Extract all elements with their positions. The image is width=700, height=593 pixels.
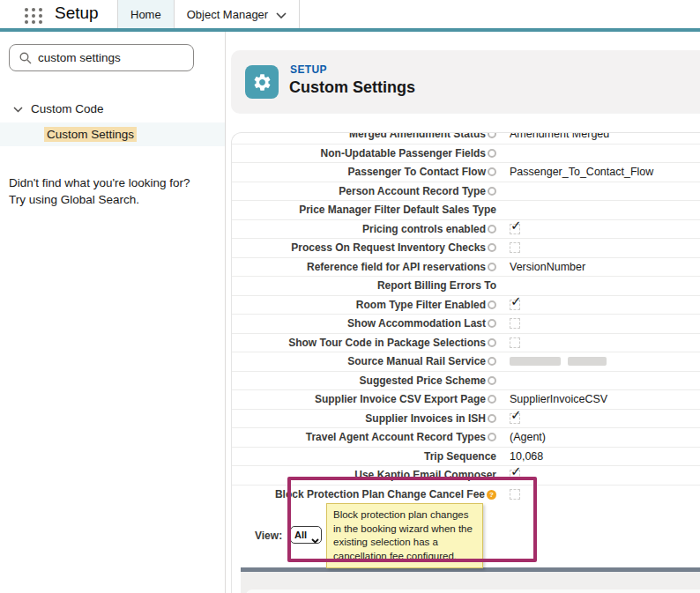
field-label: Price Manager Filter Default Sales Type: [299, 204, 496, 216]
field-value: 10,068: [510, 450, 543, 463]
field-label-cell: Person Account Record Type: [232, 185, 496, 197]
checkmark-icon: ✓: [510, 218, 522, 233]
form-row: Suggested Price Scheme: [232, 372, 700, 391]
field-label-cell: Supplier Invoice CSV Export Page: [232, 393, 496, 405]
checkbox-unchecked: [510, 337, 520, 348]
help-icon[interactable]: [488, 433, 496, 441]
field-value-cell: [496, 242, 520, 253]
form-row: Supplier Invoice CSV Export PageSupplier…: [232, 390, 700, 410]
form-row: Supplier Invoices in ISH✓: [232, 410, 700, 429]
form-row: Source Manual Rail Service: [232, 352, 700, 372]
help-icon[interactable]: [488, 319, 496, 328]
redacted-value: [510, 357, 561, 366]
checkbox-checked: ✓: [510, 224, 520, 234]
quick-find-box: [9, 44, 194, 71]
view-label: View:: [255, 530, 282, 542]
help-icon[interactable]: [488, 167, 496, 176]
help-icon[interactable]: [488, 338, 496, 347]
field-label: Non-Updatable Passenger Fields: [321, 147, 486, 159]
checkbox-unchecked: [510, 242, 520, 253]
help-icon[interactable]: [488, 414, 496, 423]
field-label-cell: Show Tour Code in Package Selections: [232, 337, 496, 349]
form-row: Report Billing Errors To: [232, 277, 700, 296]
checkmark-icon: ✓: [510, 293, 522, 309]
sidebar-item-custom-code[interactable]: Custom Code: [0, 97, 225, 121]
field-value-cell: VersionNumber: [496, 261, 585, 273]
app-launcher-icon[interactable]: [24, 7, 43, 25]
field-label-cell: Room Type Filter Enabled: [232, 299, 496, 311]
field-value-cell: [496, 489, 520, 500]
tab-home-label: Home: [130, 8, 161, 21]
help-icon[interactable]: [488, 149, 496, 158]
field-value-cell: (Agent): [496, 431, 546, 443]
field-value-cell: ✓: [496, 413, 520, 424]
form-row: Pricing controls enabled✓: [232, 220, 700, 240]
tab-object-manager-label: Object Manager: [187, 8, 269, 21]
quick-find-input[interactable]: [38, 46, 190, 70]
checkbox-unchecked: [510, 489, 520, 500]
form-row: Merged Amendment StatusAmendment Merged: [232, 132, 700, 145]
field-label-cell: Source Manual Rail Service: [232, 355, 496, 367]
global-header: Setup Home Object Manager: [0, 0, 700, 32]
help-icon[interactable]: [488, 263, 496, 271]
field-label: Room Type Filter Enabled: [356, 299, 486, 311]
field-label: Supplier Invoices in ISH: [365, 412, 486, 425]
help-icon[interactable]: [488, 243, 496, 252]
form-row: Travel Agent Account Record Types(Agent): [232, 428, 700, 448]
search-icon: [19, 52, 32, 64]
field-label-cell: Trip Sequence: [232, 450, 496, 463]
field-value-cell: [496, 337, 520, 348]
field-label-cell: Price Manager Filter Default Sales Type: [232, 204, 496, 216]
related-list-inner-card: [246, 589, 700, 593]
field-label-cell: Process On Request Inventory Checks: [232, 241, 496, 254]
field-label: Block Protection Plan Change Cancel Fee: [275, 488, 485, 500]
settings-detail-card: Merged Amendment StatusAmendment MergedN…: [231, 132, 700, 593]
field-label: Supplier Invoice CSV Export Page: [315, 393, 486, 405]
field-label: Person Account Record Type: [339, 185, 486, 197]
field-label: Travel Agent Account Record Types: [306, 431, 486, 443]
page-eyebrow: SETUP: [290, 63, 327, 76]
help-icon[interactable]: [488, 357, 496, 366]
page-title: Custom Settings: [289, 78, 415, 97]
help-tooltip: Block protection plan changes in the boo…: [326, 503, 483, 568]
field-label-cell: Report Billing Errors To: [232, 279, 496, 292]
field-value-cell: ✓: [496, 470, 520, 480]
help-icon[interactable]: [488, 187, 496, 196]
hint-line-2: Try using Global Search.: [9, 193, 139, 206]
field-label-cell: Passenger To Contact Flow: [232, 166, 496, 178]
field-value: SupplierInvoiceCSV: [510, 393, 607, 405]
checkbox-checked: ✓: [510, 470, 520, 480]
checkbox-unchecked: [510, 318, 520, 329]
field-label: Pricing controls enabled: [362, 223, 486, 235]
redacted-value: [568, 357, 607, 366]
help-icon[interactable]: [488, 132, 496, 138]
tab-divider: [299, 0, 300, 28]
help-icon[interactable]: [488, 225, 496, 233]
tab-object-manager[interactable]: Object Manager: [175, 0, 300, 28]
field-value-cell: Passenger_To_Contact_Flow: [496, 166, 653, 178]
field-label-cell: Pricing controls enabled: [232, 223, 496, 235]
view-select[interactable]: All: [290, 526, 322, 544]
form-row: Trip Sequence10,068: [232, 448, 700, 467]
sidebar-item-custom-settings[interactable]: Custom Settings: [0, 122, 225, 146]
app-title: Setup: [55, 4, 99, 23]
help-icon[interactable]: [488, 376, 496, 385]
field-label: Report Billing Errors To: [377, 279, 496, 292]
field-label-cell: Show Accommodation Last: [232, 317, 496, 330]
sidebar-item-label-highlighted: Custom Settings: [44, 127, 137, 142]
setup-tab-bar: Home Object Manager: [117, 0, 300, 28]
field-value: VersionNumber: [510, 261, 585, 273]
field-label-cell: Travel Agent Account Record Types: [232, 431, 496, 443]
help-icon[interactable]: [488, 395, 496, 404]
chevron-down-icon[interactable]: [13, 102, 23, 115]
field-label-cell: Reference field for API reservations: [232, 261, 496, 273]
help-icon-active[interactable]: [487, 490, 496, 500]
field-value: Passenger_To_Contact_Flow: [510, 166, 653, 178]
field-value-cell: 10,068: [496, 450, 543, 463]
checkmark-icon: ✓: [510, 407, 522, 423]
checkbox-checked: ✓: [510, 300, 520, 310]
tab-home[interactable]: Home: [117, 0, 175, 28]
field-value-cell: Amendment Merged: [496, 132, 609, 140]
field-label: Passenger To Contact Flow: [348, 166, 486, 178]
help-icon[interactable]: [488, 300, 496, 309]
